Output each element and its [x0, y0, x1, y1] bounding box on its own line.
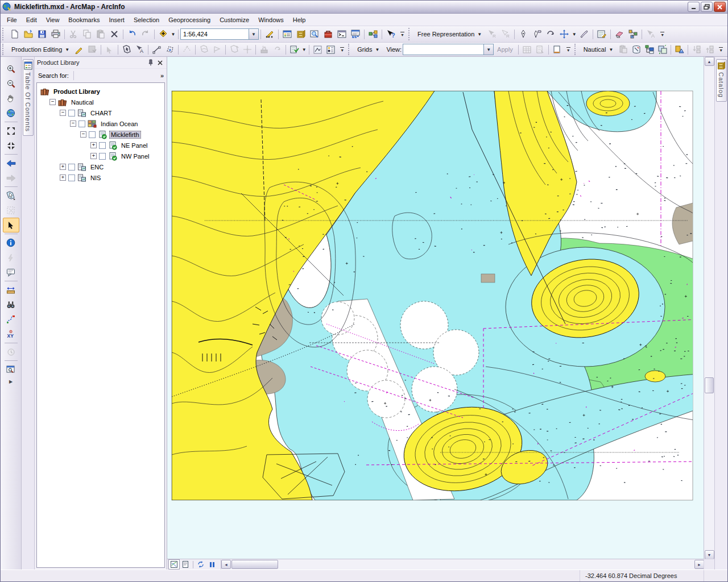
modelbuilder-button[interactable] — [366, 27, 380, 41]
feature-properties-button[interactable] — [324, 43, 337, 56]
auto-hide-pin-icon[interactable] — [146, 59, 155, 67]
menu-windows[interactable]: Windows — [254, 15, 288, 25]
arctoolbox-window-button[interactable] — [321, 27, 335, 41]
tree-item-ne-panel[interactable]: + NE Panel — [37, 140, 164, 151]
expand-expander-icon[interactable]: + — [90, 153, 97, 159]
map-scale-dropdown-icon[interactable]: ▼ — [249, 29, 258, 39]
production-editing-dropdown[interactable]: Production Editing▼ — [8, 43, 73, 56]
toolbar-grip[interactable] — [348, 44, 352, 55]
create-features-pencil-button[interactable] — [73, 43, 86, 56]
catalog-window-button[interactable] — [294, 27, 308, 41]
update-peaks-button[interactable] — [311, 43, 324, 56]
map-scale-value[interactable]: 1:56,424 — [181, 31, 249, 38]
scroll-down-arrow[interactable]: ▼ — [705, 550, 714, 559]
html-popup-button[interactable] — [3, 265, 19, 280]
geometry-network-tool[interactable] — [626, 27, 640, 41]
product-library-header[interactable]: Product Library — [35, 57, 167, 68]
fixed-zoom-out-button[interactable] — [3, 138, 19, 153]
nautical-chart-mask-button[interactable] — [630, 43, 643, 56]
menu-geoprocessing[interactable]: Geoprocessing — [164, 15, 215, 25]
toolbar-grip[interactable] — [408, 28, 412, 40]
nautical-dropdown[interactable]: Nautical▼ — [580, 43, 617, 56]
go-to-xy-button[interactable]: XY — [3, 327, 19, 342]
freehand-brush-tool[interactable] — [577, 27, 591, 41]
toolstrip-expand-arrow[interactable]: ▶ — [9, 379, 13, 384]
vertical-scrollbar[interactable]: ▲ ▼ — [704, 57, 714, 559]
toolbar-options-chevron[interactable]: ▼ — [565, 44, 572, 55]
nautical-add-notes-button[interactable] — [673, 43, 686, 56]
pause-drawing-button[interactable] — [206, 559, 218, 569]
collapse-expander-icon[interactable]: − — [60, 110, 66, 116]
catalog-tab[interactable]: Catalog — [716, 59, 727, 102]
fixed-zoom-in-button[interactable] — [3, 123, 19, 138]
add-data-dropdown[interactable]: ▼ — [170, 28, 176, 40]
measure-button[interactable] — [3, 282, 19, 297]
go-back-extent-button[interactable] — [3, 156, 19, 171]
select-features-editing-tool[interactable] — [120, 43, 133, 56]
toolbar-grip[interactable] — [574, 44, 578, 55]
search-options-chevron[interactable]: » — [160, 72, 163, 79]
collapse-expander-icon[interactable]: − — [49, 99, 56, 105]
zoom-in-button[interactable] — [3, 61, 19, 76]
grid-layout-button[interactable] — [551, 43, 564, 56]
search-window-button[interactable] — [308, 27, 321, 41]
menu-insert[interactable]: Insert — [104, 15, 129, 25]
move-tool-dropdown[interactable]: ▼ — [571, 28, 577, 40]
identify-button[interactable] — [3, 235, 19, 250]
tree-item-nw-panel[interactable]: + NW Panel — [37, 151, 164, 161]
menu-bookmarks[interactable]: Bookmarks — [64, 15, 104, 25]
grid-view-dropdown-icon[interactable]: ▼ — [483, 44, 493, 55]
tree-item-chart[interactable]: − CHART — [37, 107, 164, 118]
save-button[interactable] — [35, 27, 49, 41]
select-features-button[interactable] — [3, 188, 19, 203]
toolbar-options-chevron[interactable]: ▼ — [659, 28, 666, 40]
print-button[interactable] — [49, 27, 63, 41]
horizontal-scrollbar[interactable]: ◄ ► — [221, 560, 704, 569]
restore-button[interactable] — [701, 2, 713, 12]
viewer-window-button[interactable] — [3, 362, 19, 377]
validate-dropdown[interactable]: ▼ — [301, 44, 307, 55]
tree-item-micklefirth[interactable]: − Micklefirth — [37, 129, 164, 140]
editor-sketch-button[interactable] — [263, 27, 276, 41]
menu-file[interactable]: File — [2, 15, 22, 25]
validate-features-button[interactable] — [288, 43, 301, 56]
minimize-button[interactable] — [688, 2, 700, 12]
nw-panel-checkbox[interactable] — [99, 153, 106, 160]
table-of-contents-window-button[interactable] — [280, 27, 294, 41]
table-of-contents-tab[interactable]: Table Of Contents — [23, 59, 34, 136]
find-button[interactable] — [3, 297, 19, 312]
chart-checkbox[interactable] — [68, 110, 75, 117]
collapse-expander-icon[interactable]: − — [70, 120, 76, 127]
polygon-sketch-tool[interactable] — [163, 43, 176, 56]
horizontal-scroll-thumb[interactable] — [231, 560, 278, 569]
tree-item-nis[interactable]: + NIS — [37, 172, 164, 183]
move-representation-tool[interactable] — [557, 27, 571, 41]
whats-this-help-button[interactable]: ? — [384, 27, 398, 41]
tree-item-enc[interactable]: + ENC — [37, 161, 164, 172]
pan-button[interactable] — [3, 91, 19, 106]
tree-item-indian-ocean[interactable]: − Indian Ocean — [37, 118, 164, 129]
find-route-button[interactable] — [3, 312, 19, 327]
refresh-view-button[interactable] — [195, 559, 206, 569]
undo-button[interactable] — [125, 27, 139, 41]
title-bar[interactable]: Micklefirth.mxd - ArcMap - ArcInfo — [1, 1, 727, 14]
straight-segment-tool[interactable] — [150, 43, 163, 56]
grids-dropdown[interactable]: Grids▼ — [354, 43, 383, 56]
map-data-view[interactable]: ◄ ► ▲ ▼ — [167, 57, 714, 569]
zoom-out-button[interactable] — [3, 76, 19, 91]
open-button[interactable] — [22, 27, 35, 41]
data-view-button[interactable] — [168, 559, 180, 569]
menu-customize[interactable]: Customize — [215, 15, 254, 25]
grid-view-combo[interactable]: ▼ — [403, 44, 494, 55]
indian-ocean-checkbox[interactable] — [78, 120, 85, 127]
rotate-representation-tool[interactable] — [544, 27, 557, 41]
pen-flag-tool[interactable] — [530, 27, 544, 41]
tree-item-product-library-root[interactable]: Product Library — [37, 86, 164, 97]
scroll-up-arrow[interactable]: ▲ — [705, 57, 714, 66]
insert-vertex-pen-tool[interactable] — [516, 27, 530, 41]
micklefirth-checkbox[interactable] — [89, 131, 96, 138]
scroll-left-arrow[interactable]: ◄ — [221, 560, 231, 569]
panel-close-icon[interactable] — [155, 59, 164, 67]
nautical-chart-canvas[interactable] — [167, 57, 708, 563]
toolbar-options-chevron[interactable]: ▼ — [338, 44, 346, 55]
